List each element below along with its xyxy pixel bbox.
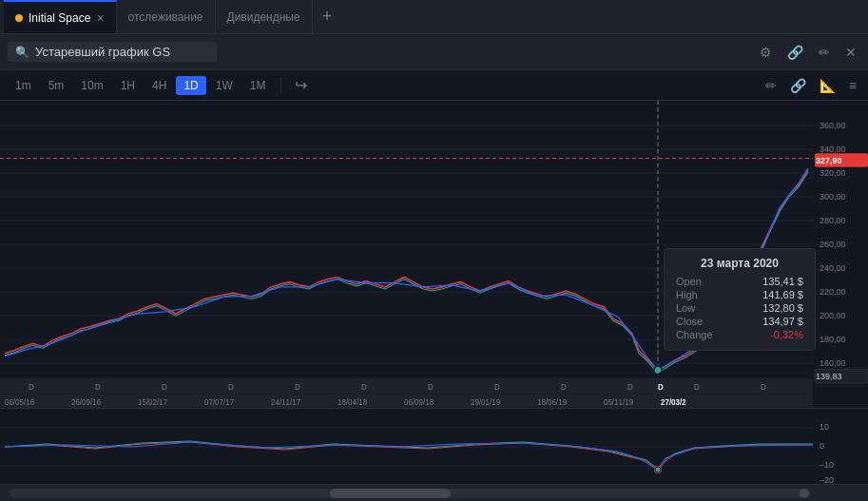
link-button[interactable]: 🔗 xyxy=(783,43,807,62)
svg-text:D: D xyxy=(361,383,367,392)
tab-label: Дивидендные xyxy=(227,10,300,24)
tf-1w[interactable]: 1W xyxy=(208,76,241,95)
oscillator-svg: 10 0 –10 –20 xyxy=(0,409,868,485)
svg-text:06/05/16: 06/05/16 xyxy=(5,398,35,407)
toolbar: 🔍 Устаревший график GS ⚙ 🔗 ✏ ✕ xyxy=(0,34,868,70)
more-tools[interactable]: ≡ xyxy=(845,76,860,95)
svg-text:D: D xyxy=(428,383,434,392)
tf-5m[interactable]: 5m xyxy=(41,76,72,95)
tooltip-close-row: Close 134,97 $ xyxy=(676,316,803,327)
svg-text:300,00: 300,00 xyxy=(820,192,846,202)
tf-1m-month[interactable]: 1M xyxy=(242,76,274,95)
tab-initial-space[interactable]: Initial Space × xyxy=(4,0,117,33)
svg-text:D: D xyxy=(95,383,101,392)
tooltip-high-label: High xyxy=(676,289,698,300)
tf-1m[interactable]: 1m xyxy=(8,76,39,95)
tooltip-close-value: 134,97 $ xyxy=(762,316,803,327)
pencil-button[interactable]: ✏ xyxy=(815,43,834,62)
svg-text:–10: –10 xyxy=(820,460,834,470)
svg-text:320,00: 320,00 xyxy=(820,168,846,178)
svg-text:29/01/19: 29/01/19 xyxy=(471,398,501,407)
main-chart[interactable]: D D D D D D D D D D D D D 06/05/16 26/09… xyxy=(0,101,868,408)
scrollbar-thumb[interactable] xyxy=(330,489,450,498)
tab-tracking[interactable]: отслеживание xyxy=(117,0,216,33)
tooltip-change-row: Change -0,32% xyxy=(676,329,803,340)
search-wrapper[interactable]: 🔍 Устаревший график GS xyxy=(8,42,217,62)
chart-container: D D D D D D D D D D D D D 06/05/16 26/09… xyxy=(0,101,868,501)
tooltip-low-label: Low xyxy=(676,302,695,314)
tab-label: Initial Space xyxy=(29,11,90,25)
svg-text:D: D xyxy=(694,383,700,392)
svg-rect-17 xyxy=(0,378,813,394)
oscillator-panel: 10 0 –10 –20 xyxy=(0,408,868,484)
ruler-tool[interactable]: 📐 xyxy=(816,76,839,95)
tf-1d[interactable]: 1D xyxy=(176,76,205,95)
tooltip-open-label: Open xyxy=(676,276,702,287)
svg-text:15/02/17: 15/02/17 xyxy=(138,398,168,407)
svg-text:280,00: 280,00 xyxy=(820,216,846,225)
price-tooltip: 23 марта 2020 Open 135,41 $ High 141,69 … xyxy=(664,248,816,351)
tooltip-change-value: -0,32% xyxy=(770,329,803,340)
svg-text:18/04/18: 18/04/18 xyxy=(338,398,368,407)
svg-text:07/07/17: 07/07/17 xyxy=(204,398,235,407)
tf-1h[interactable]: 1H xyxy=(113,76,143,95)
svg-text:D: D xyxy=(627,383,633,392)
timeframe-bar: 1m 5m 10m 1H 4H 1D 1W 1M ↪ ✏ 🔗 📐 ≡ xyxy=(0,70,868,101)
close-button[interactable]: ✕ xyxy=(841,43,860,62)
tf-tools: ✏ 🔗 📐 ≡ xyxy=(762,76,860,95)
scrollbar-thumb-right[interactable] xyxy=(800,489,809,498)
svg-text:160,00: 160,00 xyxy=(820,358,846,368)
svg-text:340,00: 340,00 xyxy=(820,145,846,154)
tab-bar: Initial Space × отслеживание Дивидендные… xyxy=(0,0,868,34)
tooltip-date: 23 марта 2020 xyxy=(676,257,803,270)
svg-text:27/03/2: 27/03/2 xyxy=(661,398,686,407)
tooltip-open-value: 135,41 $ xyxy=(762,276,803,287)
tooltip-open-row: Open 135,41 $ xyxy=(676,276,803,287)
export-button[interactable]: ↪ xyxy=(289,74,313,96)
toolbar-left: 🔍 Устаревший график GS xyxy=(8,42,752,62)
tooltip-low-row: Low 132,80 $ xyxy=(676,302,803,314)
svg-text:06/09/18: 06/09/18 xyxy=(404,398,434,407)
svg-point-64 xyxy=(655,467,661,472)
tab-close-icon[interactable]: × xyxy=(96,11,104,25)
toolbar-right: ⚙ 🔗 ✏ ✕ xyxy=(756,43,860,62)
tf-10m[interactable]: 10m xyxy=(73,76,110,95)
tooltip-change-label: Change xyxy=(676,329,713,340)
svg-text:D: D xyxy=(658,383,664,392)
tab-dividends[interactable]: Дивидендные xyxy=(216,0,313,33)
svg-text:D: D xyxy=(228,383,234,392)
tooltip-high-value: 141,69 $ xyxy=(762,289,803,300)
svg-text:360,00: 360,00 xyxy=(820,121,846,130)
svg-text:05/11/19: 05/11/19 xyxy=(604,398,634,407)
svg-text:D: D xyxy=(162,383,167,392)
svg-text:10: 10 xyxy=(820,422,829,432)
svg-text:139,83: 139,83 xyxy=(816,372,842,381)
tooltip-low-value: 132,80 $ xyxy=(762,302,803,314)
svg-text:D: D xyxy=(761,383,766,392)
tf-4h[interactable]: 4H xyxy=(145,76,174,95)
draw-tool[interactable]: ✏ xyxy=(762,76,781,95)
svg-text:200,00: 200,00 xyxy=(820,311,846,320)
svg-text:260,00: 260,00 xyxy=(820,240,846,249)
tab-dot xyxy=(15,14,23,22)
svg-text:D: D xyxy=(561,383,567,392)
svg-text:18/06/19: 18/06/19 xyxy=(537,398,568,407)
scrollbar-area xyxy=(0,484,868,501)
tooltip-high-row: High 141,69 $ xyxy=(676,289,803,300)
svg-text:0: 0 xyxy=(820,441,824,451)
search-text: Устаревший график GS xyxy=(35,45,170,59)
settings-button[interactable]: ⚙ xyxy=(756,43,776,62)
svg-text:D: D xyxy=(295,383,300,392)
magnet-tool[interactable]: 🔗 xyxy=(786,76,810,95)
svg-text:D: D xyxy=(494,383,500,392)
svg-text:26/09/16: 26/09/16 xyxy=(71,398,102,407)
separator xyxy=(280,77,281,94)
tab-label: отслеживание xyxy=(128,10,203,24)
tooltip-close-label: Close xyxy=(676,316,703,327)
svg-text:180,00: 180,00 xyxy=(820,335,846,344)
scrollbar-track[interactable] xyxy=(10,489,811,498)
svg-point-58 xyxy=(654,366,662,374)
tab-add-button[interactable]: + xyxy=(313,7,342,27)
svg-text:240,00: 240,00 xyxy=(820,263,846,273)
svg-text:D: D xyxy=(29,383,34,392)
